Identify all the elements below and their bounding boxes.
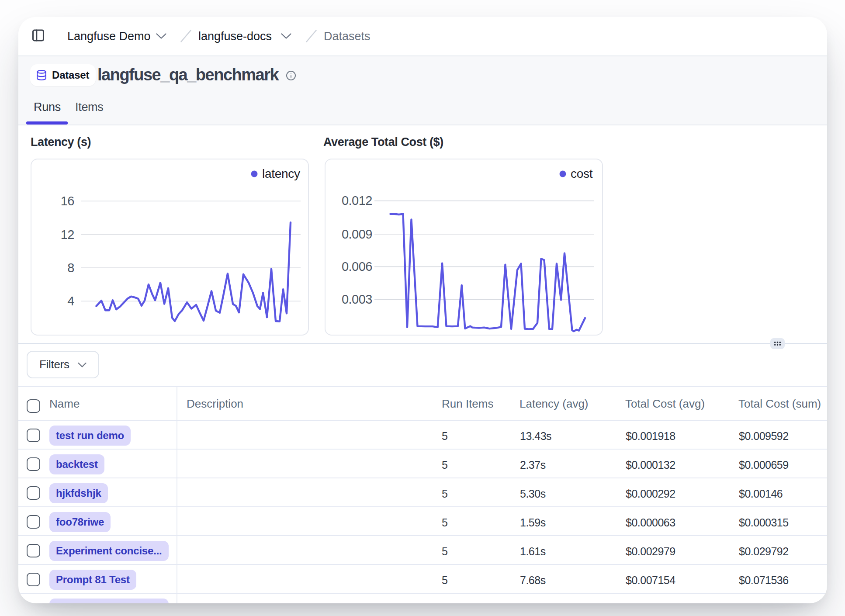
svg-text:8: 8 [67,261,74,275]
svg-text:4: 4 [67,294,74,308]
svg-text:cost: cost [571,167,593,180]
svg-text:12: 12 [61,228,74,242]
svg-text:16: 16 [61,194,74,208]
svg-text:0.003: 0.003 [342,292,372,306]
svg-text:0.009: 0.009 [342,227,372,241]
svg-text:latency: latency [262,167,300,180]
svg-text:0.012: 0.012 [342,194,372,208]
svg-text:0.006: 0.006 [342,260,372,273]
